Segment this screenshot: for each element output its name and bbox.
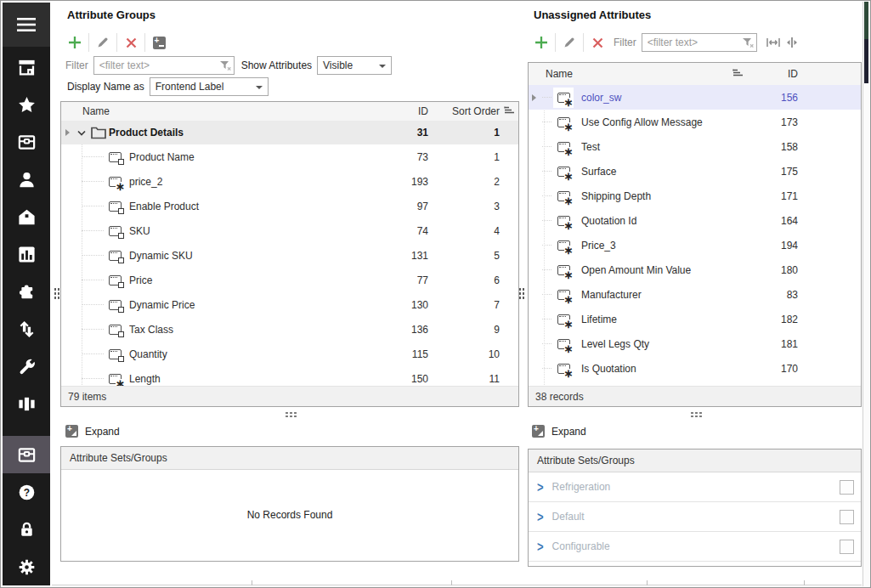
sidebar-item-home[interactable] [3,198,50,235]
attribute-name: Dynamic SKU [129,250,377,262]
pencil-icon [563,36,576,49]
chevron-right-icon[interactable]: > [537,479,544,495]
panel-splitter-grip[interactable] [518,286,524,300]
sidebar-item-storefront[interactable] [3,48,50,86]
attribute-row[interactable]: Level Legs Qty 181 [529,331,861,356]
fit-columns-button[interactable] [764,33,783,52]
sidebar-item-columns[interactable] [3,385,50,422]
attribute-row[interactable]: Tax Class 136 9 [61,317,518,342]
attribute-id: 158 [744,141,798,153]
column-header-name[interactable]: Name [546,68,728,80]
attribute-row[interactable]: Product Name 73 1 [61,144,518,169]
left-horizontal-splitter-grip[interactable] [284,410,297,417]
sidebar-item-plugins[interactable] [3,273,50,310]
attribute-row[interactable]: Dynamic Price 130 7 [61,292,518,317]
show-attributes-select[interactable]: Visible [317,56,392,75]
right-expand-control[interactable]: + Expand [532,425,586,438]
menu-button[interactable] [3,3,50,47]
tree-line [82,378,104,380]
sidebar-item-tools[interactable] [3,348,50,385]
attribute-row[interactable]: color_sw 156 [529,85,861,110]
group-filter-input[interactable] [93,56,235,75]
attribute-row[interactable]: Quantity 115 10 [61,342,518,366]
filter-clear-icon[interactable] [742,37,755,48]
attribute-row[interactable]: Lifetime 182 [529,307,861,331]
unassigned-filter-input[interactable] [642,33,757,52]
attribute-sort-order: 4 [428,225,500,237]
sidebar-item-reports[interactable] [3,235,50,273]
sidebar-item-archive[interactable] [3,123,50,161]
attribute-name: Quantity [129,348,377,360]
vertical-scrollbar[interactable] [863,2,869,586]
column-header-name[interactable]: Name [82,105,377,117]
sidebar-item-settings[interactable] [3,548,50,585]
attribute-badge [564,172,574,181]
attribute-row[interactable]: Use Config Allow Message 173 [529,110,861,134]
attribute-icon-cell [553,309,574,330]
attribute-row[interactable]: Open Amount Min Value 180 [529,257,861,282]
attribute-icon [557,93,570,103]
column-header-sort-order[interactable]: Sort Order [428,105,500,117]
left-expand-control[interactable]: + Expand [65,425,120,438]
group-row-product-details[interactable]: Product Details 31 1 [61,121,518,144]
sort-indicator[interactable] [728,68,744,80]
attribute-row[interactable]: Manufacturer 83 [529,282,861,307]
sidebar-item-transfer[interactable] [3,310,50,348]
attribute-row[interactable]: Enable Product 97 3 [61,194,518,218]
expand-collapse-toggle-button[interactable]: + [150,33,168,52]
display-name-as-select[interactable]: Frontend Label [150,77,269,96]
sort-indicator[interactable] [500,105,518,117]
attribute-row[interactable]: Dynamic SKU 131 5 [61,243,518,268]
attribute-row[interactable]: Length 150 11 [61,366,518,387]
items-count: 79 items [68,391,106,403]
tree-line [82,329,104,331]
tree-collapse-toggle[interactable] [74,130,88,136]
attribute-set-row[interactable]: > Configurable [529,532,861,562]
attribute-set-row[interactable]: > Default [529,502,861,532]
column-header-id[interactable]: ID [744,68,798,80]
add-button[interactable] [532,33,551,52]
toolbar-separator [88,33,89,52]
attribute-row[interactable]: Surface 175 [529,159,861,184]
chevron-right-icon[interactable]: > [537,539,544,554]
attribute-badge [118,208,124,214]
sidebar-splitter-grip[interactable] [53,286,59,300]
attribute-icon-cell [553,334,574,354]
attribute-row[interactable]: Price_3 194 [529,233,861,257]
edit-button[interactable] [93,33,112,52]
attribute-row[interactable]: Is Quotation 170 [529,356,861,381]
attribute-row[interactable]: Shipping Depth 171 [529,184,861,208]
chevron-right-icon[interactable]: > [537,509,544,524]
right-horizontal-splitter-grip[interactable] [689,410,703,417]
attribute-row[interactable]: Test 158 [529,134,861,159]
attribute-set-checkbox[interactable] [840,480,854,495]
attribute-set-row[interactable]: > Refrigeration [529,472,861,502]
attribute-set-checkbox[interactable] [840,510,854,524]
attribute-icon [557,240,570,251]
attribute-set-checkbox[interactable] [840,540,854,554]
attribute-set-label: Configurable [552,540,610,552]
scrollbar-thumb[interactable] [864,2,868,83]
split-view-button[interactable] [783,33,801,52]
delete-button[interactable] [588,33,607,52]
delete-button[interactable] [122,33,140,52]
attribute-row[interactable]: Price 77 6 [61,268,518,292]
tree-line [82,206,104,207]
attribute-sort-order: 9 [428,324,500,336]
sidebar-item-lock[interactable] [3,511,50,548]
attribute-row[interactable]: Quotation Id 164 [529,208,861,233]
row-expander[interactable] [61,129,74,136]
sidebar-item-attribute-sets[interactable] [3,436,50,473]
row-expander[interactable] [529,94,540,101]
add-button[interactable] [65,33,84,52]
attribute-row[interactable]: SKU 74 4 [61,218,518,243]
attribute-row[interactable]: price_2 193 2 [61,169,518,194]
filter-clear-icon[interactable] [219,60,232,71]
attribute-id: 181 [744,338,798,350]
sidebar-item-customers[interactable] [3,161,50,198]
column-header-id[interactable]: ID [377,105,428,117]
attribute-manager-window: ? Attribute Groups [0,0,871,588]
sidebar-item-favorites[interactable] [3,86,50,123]
sidebar-item-help[interactable]: ? [3,473,50,511]
edit-button[interactable] [560,33,579,52]
